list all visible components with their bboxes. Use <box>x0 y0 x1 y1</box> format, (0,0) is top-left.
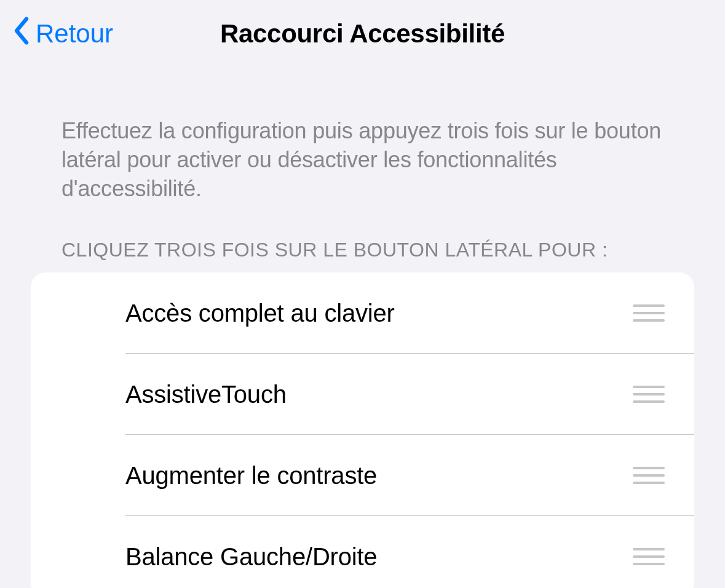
list-item-full-keyboard-access[interactable]: Accès complet au clavier <box>31 272 694 354</box>
list-item-label: Balance Gauche/Droite <box>125 543 377 571</box>
list-item-left-right-balance[interactable]: Balance Gauche/Droite <box>31 516 694 588</box>
back-button[interactable]: Retour <box>12 16 113 52</box>
list-item-increase-contrast[interactable]: Augmenter le contraste <box>31 435 694 516</box>
drag-handle-icon[interactable] <box>633 386 665 403</box>
drag-handle-icon[interactable] <box>633 548 665 565</box>
navbar: Retour Raccourci Accessibilité <box>0 0 725 68</box>
page-title: Raccourci Accessibilité <box>220 19 505 49</box>
list-item-label: Accès complet au clavier <box>125 300 395 327</box>
section-header: CLIQUEZ TROIS FOIS SUR LE BOUTON LATÉRAL… <box>31 203 694 272</box>
shortcut-list: Accès complet au clavier AssistiveTouch … <box>31 272 694 588</box>
content: Effectuez la configuration puis appuyez … <box>0 68 725 588</box>
back-label: Retour <box>36 19 113 49</box>
drag-handle-icon[interactable] <box>633 467 665 484</box>
list-item-label: Augmenter le contraste <box>125 462 377 490</box>
list-item-assistivetouch[interactable]: AssistiveTouch <box>31 354 694 435</box>
drag-handle-icon[interactable] <box>633 304 665 322</box>
list-item-label: AssistiveTouch <box>125 381 287 408</box>
description-text: Effectuez la configuration puis appuyez … <box>31 68 694 203</box>
chevron-left-icon <box>12 16 31 52</box>
